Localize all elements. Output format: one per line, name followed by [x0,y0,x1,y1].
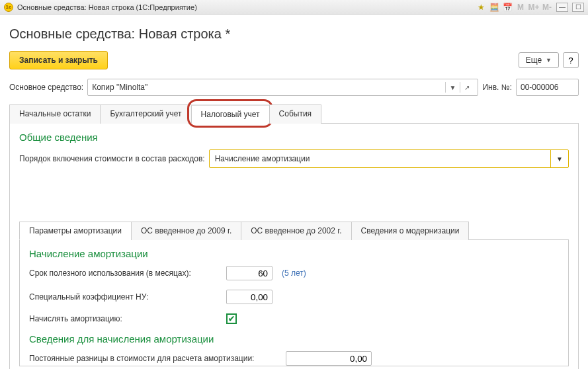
useful-life-row: Срок полезного использования (в месяцах)… [29,266,559,280]
section-general-title: Общие сведения [19,132,569,143]
useful-life-hint: (5 лет) [282,268,306,278]
charge-amort-row: Начислять амортизацию: ✔ [29,313,559,324]
subtab-pre2009[interactable]: ОС введенное до 2009 г. [131,222,241,240]
tab-accounting[interactable]: Бухгалтерский учет [100,104,191,124]
special-coef-input[interactable] [226,290,273,304]
special-coef-row: Специальный коэффициент НУ: [29,290,559,304]
more-button-label: Еще [526,56,542,65]
perm-diff-input[interactable] [286,351,372,366]
expense-method-value: Начисление амортизации [210,151,550,166]
chevron-down-icon: ▼ [546,57,552,63]
app-logo-icon: 1c [4,3,13,12]
open-icon[interactable]: ↗ [460,82,474,93]
help-button[interactable]: ? [563,52,579,68]
inventory-value: 00-000006 [521,83,558,92]
subtab-pre2002[interactable]: ОС введенное до 2002 г. [241,222,351,240]
inventory-label: Инв. №: [482,83,512,92]
asset-input[interactable]: Копир "Minolta" ▼ ↗ [87,79,478,96]
charge-amort-checkbox[interactable]: ✔ [226,313,237,324]
asset-label: Основное средство: [9,83,83,92]
memory-mminus-icon[interactable]: M- [542,2,552,13]
favorite-icon[interactable]: ★ [476,2,486,13]
tab-events[interactable]: События [269,104,322,124]
memory-m-icon[interactable]: M [515,2,526,13]
save-and-close-button[interactable]: Записать и закрыть [9,51,108,69]
sub-tabs: Параметры амортизации ОС введенное до 20… [19,221,569,240]
asset-input-value: Копир "Minolta" [92,83,444,92]
check-icon: ✔ [228,314,235,323]
tab-tax-highlight: Налоговый учет [191,104,269,123]
dropdown-icon[interactable]: ▼ [550,150,568,167]
main-asset-row: Основное средство: Копир "Minolta" ▼ ↗ И… [9,79,579,96]
main-tabs: Начальные остатки Бухгалтерский учет Нал… [9,104,579,124]
subtab-modernization[interactable]: Сведения о модернизации [351,222,470,240]
perm-diff-row: Постоянные разницы в стоимости для расче… [29,351,559,366]
calculator-icon[interactable]: 🧮 [489,2,499,13]
window-title-bar: 1c Основные средства: Новая строка (1С:П… [0,0,588,15]
inventory-input[interactable]: 00-000006 [516,79,579,96]
window-close-button[interactable]: ☐ [572,3,584,12]
calendar-icon[interactable]: 📅 [502,2,513,13]
amort-calc-title: Сведения для начисления амортизации [29,333,559,345]
memory-mplus-icon[interactable]: M+ [528,2,539,13]
useful-life-input[interactable] [226,266,273,280]
dropdown-icon[interactable]: ▼ [445,82,460,93]
window-title: Основные средства: Новая строка (1С:Пред… [17,3,476,11]
page-title: Основные средства: Новая строка * [9,26,579,42]
more-button[interactable]: Еще ▼ [519,52,559,68]
tab-tax[interactable]: Налоговый учет [191,104,270,124]
expense-method-input[interactable]: Начисление амортизации ▼ [209,149,569,168]
toolbar: Записать и закрыть Еще ▼ ? [9,51,579,69]
tab-initial-balances[interactable]: Начальные остатки [9,104,101,124]
subtab-amort-panel: Начисление амортизации Срок полезного ис… [19,240,569,366]
special-coef-label: Специальный коэффициент НУ: [29,292,221,302]
perm-diff-label: Постоянные разницы в стоимости для расче… [29,354,280,363]
charge-amort-label: Начислять амортизацию: [29,314,221,323]
tab-tax-panel: Общие сведения Порядок включения стоимос… [9,124,579,369]
expense-method-label: Порядок включения стоимости в состав рас… [19,154,205,163]
expense-method-row: Порядок включения стоимости в состав рас… [19,149,569,168]
amort-title: Начисление амортизации [29,248,559,259]
subtab-amort-params[interactable]: Параметры амортизации [19,222,132,240]
window-minimize-button[interactable]: — [556,3,568,12]
useful-life-label: Срок полезного использования (в месяцах)… [29,268,221,278]
